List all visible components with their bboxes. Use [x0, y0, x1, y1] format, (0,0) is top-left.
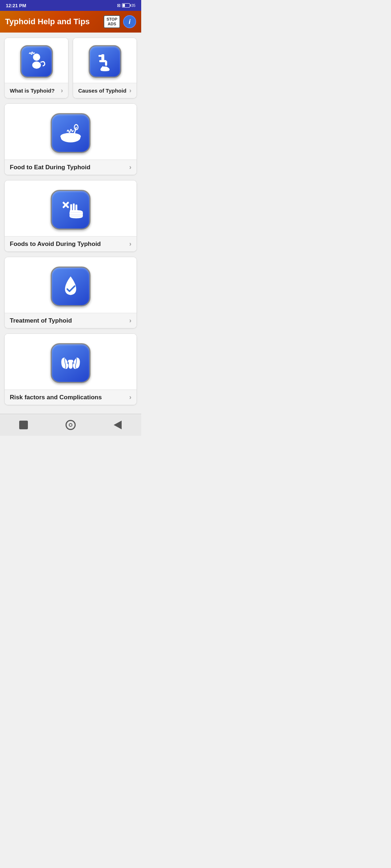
info-button[interactable]: i — [123, 15, 136, 28]
card-label-row: Foods to Avoid During Typhoid › — [5, 236, 136, 251]
card-label-row: Treatment of Typhoid › — [5, 313, 136, 328]
menu-item-what-is-typhoid[interactable]: What is Typhoid? › — [4, 38, 68, 98]
card-label-row: Food to Eat During Typhoid › — [5, 159, 136, 175]
battery-level: 35 — [131, 4, 135, 8]
svg-rect-17 — [70, 204, 72, 211]
app-title: Typhoid Help and Tips — [5, 17, 104, 26]
menu-item-food-to-eat[interactable]: Food to Eat During Typhoid › — [4, 103, 137, 175]
menu-item-food-to-avoid[interactable]: Foods to Avoid During Typhoid › — [4, 180, 137, 252]
menu-item-causes-of-typhoid[interactable]: Causes of Typhoid › — [73, 38, 137, 98]
icon-area — [73, 38, 136, 83]
svg-point-10 — [61, 133, 80, 139]
menu-label-causes-of-typhoid: Causes of Typhoid — [78, 88, 126, 94]
typhoid-person-icon — [20, 45, 53, 78]
svg-point-1 — [32, 61, 41, 69]
main-content: What is Typhoid? › — [0, 33, 141, 410]
menu-label-what-is-typhoid: What is Typhoid? — [10, 88, 55, 94]
chevron-icon: › — [129, 163, 131, 171]
water-tap-icon — [89, 45, 121, 78]
chevron-icon: › — [61, 87, 63, 94]
square-icon — [19, 421, 28, 429]
card-label-row: Risk factors and Complications › — [5, 390, 136, 405]
chevron-icon: › — [129, 240, 131, 248]
svg-rect-4 — [105, 61, 107, 66]
status-icons: ⊠ 35 — [117, 3, 135, 8]
menu-label-food-to-avoid: Foods to Avoid During Typhoid — [10, 241, 101, 248]
toolbar-actions: STOPADS i — [104, 15, 136, 28]
circle-inner-icon — [69, 423, 72, 427]
menu-item-risk-factors[interactable]: Risk factors and Complications › — [4, 333, 137, 405]
kidneys-icon — [51, 343, 91, 383]
menu-label-risk-factors: Risk factors and Complications — [10, 394, 102, 401]
svg-rect-22 — [68, 360, 73, 363]
info-icon: i — [129, 18, 130, 26]
top-row: What is Typhoid? › — [4, 38, 137, 98]
icon-area — [5, 334, 136, 390]
status-time: 12:21 PM — [6, 3, 26, 8]
chevron-icon: › — [129, 87, 131, 94]
no-junk-food-icon — [51, 190, 91, 230]
svg-rect-16 — [70, 215, 83, 216]
card-label-row: What is Typhoid? › — [5, 83, 68, 98]
circle-icon — [66, 420, 76, 430]
menu-item-treatment[interactable]: Treatment of Typhoid › — [4, 257, 137, 328]
icon-area — [5, 104, 136, 159]
icon-area — [5, 180, 136, 236]
svg-rect-19 — [75, 205, 77, 211]
toolbar: Typhoid Help and Tips STOPADS i — [0, 11, 141, 33]
nav-back-button[interactable] — [17, 418, 30, 431]
svg-rect-18 — [73, 204, 75, 211]
svg-rect-15 — [70, 213, 83, 215]
icon-area — [5, 257, 136, 313]
chevron-icon: › — [129, 317, 131, 324]
menu-label-treatment: Treatment of Typhoid — [10, 317, 72, 324]
battery-icon — [122, 3, 130, 8]
food-bowl-icon — [51, 113, 91, 153]
svg-rect-7 — [98, 55, 104, 57]
nav-home-button[interactable] — [64, 418, 77, 431]
water-drop-check-icon — [51, 267, 91, 306]
chevron-icon: › — [129, 393, 131, 401]
menu-label-food-to-eat: Food to Eat During Typhoid — [10, 164, 91, 171]
x-icon: ⊠ — [117, 3, 121, 8]
status-bar: 12:21 PM ⊠ 35 — [0, 0, 141, 11]
svg-rect-20 — [70, 210, 78, 212]
stop-ads-button[interactable]: STOPADS — [104, 15, 120, 28]
icon-area — [5, 38, 68, 83]
card-label-row: Causes of Typhoid › — [73, 83, 136, 98]
svg-point-0 — [33, 54, 40, 61]
nav-recents-button[interactable] — [111, 418, 124, 431]
triangle-icon — [114, 421, 122, 429]
bottom-nav — [0, 414, 141, 436]
